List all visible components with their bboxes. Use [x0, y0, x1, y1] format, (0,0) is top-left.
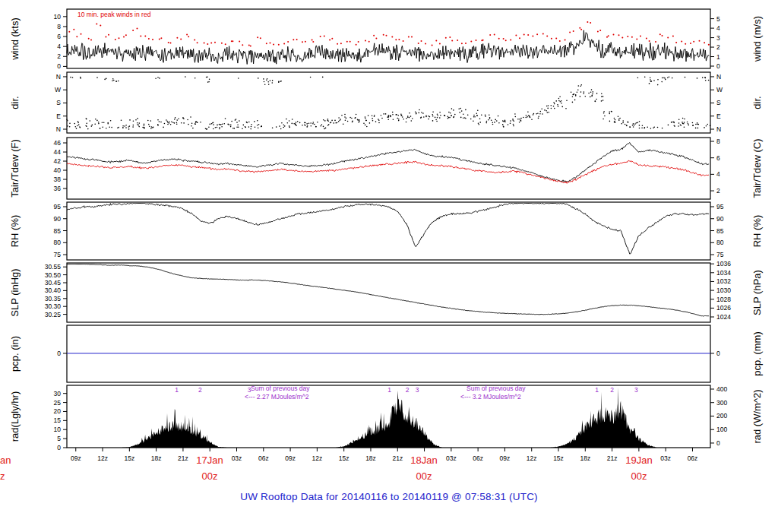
axis-title-right-dir: dir.: [751, 96, 763, 109]
dir-dot: [349, 117, 351, 119]
dir-dot: [272, 128, 274, 129]
dir-dot: [639, 128, 640, 129]
peak-dot: [411, 36, 413, 38]
dir-dot: [688, 123, 689, 125]
dir-dot: [555, 100, 557, 102]
ytick-left-rh: 90: [54, 215, 62, 223]
dir-dot: [622, 120, 624, 122]
peak-dot: [296, 39, 298, 40]
rad-hour-marker: 1: [387, 386, 391, 394]
peak-dot: [631, 36, 633, 38]
dir-dot: [138, 125, 140, 126]
peak-dot: [312, 39, 313, 40]
axis-title-left-dir: dir.: [9, 96, 21, 109]
xtick-label: 03z: [446, 454, 457, 462]
dir-dot: [685, 77, 686, 78]
dir-dot: [278, 82, 280, 84]
dir-dot: [533, 113, 535, 115]
dir-dot: [512, 119, 514, 120]
dir-dot: [92, 125, 93, 126]
dir-dot: [653, 80, 655, 81]
dir-dot: [590, 97, 591, 98]
ytick-right-rad: 200: [716, 412, 727, 420]
dir-dot: [687, 122, 688, 123]
dir-dot: [492, 122, 494, 123]
dir-dot: [183, 118, 185, 119]
peak-dot: [580, 29, 582, 30]
dir-dot: [591, 89, 593, 90]
peak-dot: [403, 40, 404, 42]
dir-dot: [206, 77, 207, 78]
dir-dot: [230, 126, 232, 128]
dir-dot: [98, 122, 100, 123]
dir-dot: [681, 125, 682, 126]
dir-dot: [436, 121, 438, 122]
dir-dot: [191, 123, 193, 125]
date-hour: 00z: [410, 468, 437, 484]
dir-dot: [561, 103, 562, 104]
dir-dot: [147, 120, 149, 122]
peak-dot: [590, 22, 591, 24]
dir-dot: [98, 123, 100, 125]
dir-dot: [432, 120, 434, 122]
peak-dot: [542, 33, 544, 35]
dir-dot: [304, 122, 305, 124]
dir-dot: [372, 120, 374, 122]
dir-dot: [672, 78, 673, 79]
peak-dot: [503, 38, 504, 40]
dir-dot: [181, 122, 182, 124]
dir-dot: [467, 114, 469, 116]
dir-dot: [437, 117, 438, 119]
series-wind: [67, 30, 709, 65]
dir-dot: [609, 112, 610, 113]
peak-dot: [375, 38, 377, 40]
ytick-left-rad: 0: [57, 444, 61, 451]
peak-dot: [176, 37, 178, 39]
dir-dot: [704, 77, 706, 78]
dir-dot: [296, 125, 297, 126]
dir-dot: [365, 116, 366, 118]
dir-dot: [166, 121, 168, 122]
dir-dot: [77, 122, 79, 124]
peak-dot: [536, 33, 538, 35]
annotation-line: <--- 3.2 MJoules/m^2: [460, 393, 525, 401]
dir-dot: [334, 122, 335, 124]
dir-dot: [593, 91, 594, 93]
dir-dot: [495, 119, 496, 121]
dir-dot: [80, 127, 81, 128]
dir-dot: [697, 78, 698, 79]
dir-dot: [270, 80, 271, 81]
dir-dot: [261, 126, 262, 128]
dir-dot: [678, 125, 679, 127]
peak-dot: [76, 36, 77, 37]
dir-dot: [369, 122, 371, 124]
ytick-right-wind: 4: [716, 24, 720, 32]
dir-dot: [596, 93, 598, 94]
ytick-right-rad: 0: [716, 439, 720, 447]
dir-dot: [224, 123, 226, 125]
dir-dot: [167, 124, 169, 125]
peak-dot: [232, 40, 233, 42]
dir-dot: [338, 121, 340, 122]
xtick-label: 21z: [607, 454, 618, 462]
dir-dot: [283, 124, 285, 125]
rad-hour-marker: 2: [198, 386, 202, 394]
dir-dot: [673, 122, 675, 124]
dir-dot: [176, 119, 178, 121]
dir-dot: [289, 125, 290, 127]
dir-dot: [704, 127, 705, 128]
dir-dot: [397, 115, 399, 116]
axis-title-right-rh: RH (%): [751, 215, 763, 248]
peak-dot: [312, 41, 314, 43]
dir-dot: [572, 102, 574, 103]
dir-dot: [473, 115, 475, 116]
dir-dot: [266, 80, 267, 81]
dir-dot: [476, 112, 478, 114]
ytick-left-wind: 4: [57, 43, 61, 50]
axis-title-left-pcp: pcp. (in): [9, 336, 21, 372]
peak-dot: [152, 39, 153, 40]
dir-dot: [650, 128, 652, 129]
x-axis: 09z12z15z18z21z03z06z09z12z15z18z21z03z0…: [71, 448, 697, 462]
dir-dot: [514, 113, 516, 115]
dir-dot: [116, 81, 118, 82]
